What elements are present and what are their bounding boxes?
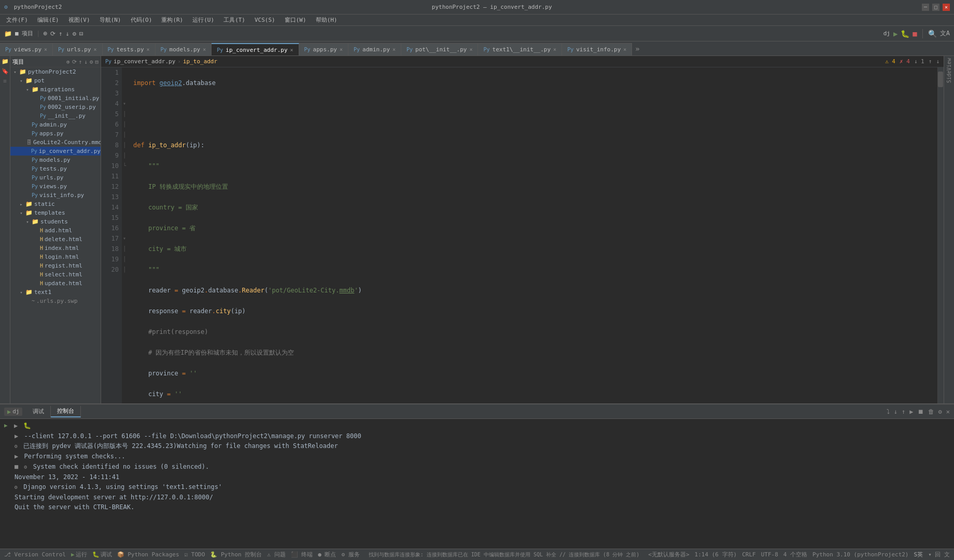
fold-marker-4[interactable]: ▾	[122, 99, 129, 109]
run-btn[interactable]: ▶	[893, 30, 897, 38]
menu-edit[interactable]: 编辑(E)	[33, 15, 63, 25]
problems-btn[interactable]: ⚠ 问题	[267, 551, 285, 558]
version-control-btn[interactable]: ⎇ Version Control	[4, 551, 66, 558]
tab-close[interactable]: ×	[553, 47, 556, 52]
code-editor[interactable]: import geoip2.database def ip_to_addr(ip…	[129, 67, 937, 403]
ime-icon[interactable]: S英	[914, 551, 923, 558]
tree-migrations-folder[interactable]: ▾ 📁 migrations	[10, 85, 101, 94]
tab-close[interactable]: ×	[203, 47, 206, 52]
translate-btn[interactable]: 文A	[940, 29, 950, 38]
scroll-up-btn[interactable]: ↑	[929, 58, 932, 65]
toolbar-hide-btn[interactable]: ⊟	[79, 30, 83, 37]
tree-login-html[interactable]: H login.html	[10, 253, 101, 261]
tab-close[interactable]: ×	[44, 47, 47, 52]
tree-down-icon[interactable]: ↓	[84, 59, 88, 65]
structure-icon[interactable]: ≡	[3, 78, 7, 85]
tab-more-btn[interactable]: »	[632, 45, 642, 53]
breakpoints-btn[interactable]: ● 断点	[318, 551, 336, 558]
stop-btn[interactable]: ■	[913, 30, 917, 38]
tree-up-icon[interactable]: ↑	[79, 59, 82, 65]
panel-settings-icon[interactable]: ⚙	[938, 408, 942, 415]
tab-close[interactable]: ×	[392, 47, 396, 52]
tab-close[interactable]: ×	[93, 47, 96, 52]
panel-tab-debug[interactable]: 调试	[26, 406, 51, 417]
tree-text1-folder[interactable]: ▾ 📁 text1	[10, 288, 101, 297]
tab-ip-convert[interactable]: Py ip_convert_addr.py ×	[212, 43, 299, 55]
python-console-btn[interactable]: 🐍 Python 控制台	[210, 551, 262, 558]
tab-text1-init[interactable]: Py text1\__init__.py ×	[478, 43, 562, 55]
panel-resume[interactable]: ▶	[909, 408, 913, 415]
tree-ip-convert-py[interactable]: Py ip_convert_addr.py	[10, 147, 101, 156]
menu-tools[interactable]: 工具(T)	[219, 15, 249, 25]
debug-btn-status[interactable]: 🐛 调试	[92, 551, 112, 558]
tab-apps-py[interactable]: Py apps.py ×	[299, 43, 348, 55]
scrollbar[interactable]	[937, 67, 944, 403]
menu-code[interactable]: 代码(O)	[127, 15, 157, 25]
close-button[interactable]: ✕	[943, 4, 950, 11]
tab-tests-py[interactable]: Py tests.py ×	[103, 43, 156, 55]
panel-step-over[interactable]: ⤵	[887, 408, 890, 415]
menu-refactor[interactable]: 重构(R)	[157, 15, 187, 25]
tree-regist-html[interactable]: H regist.html	[10, 261, 101, 270]
tree-index-html[interactable]: H index.html	[10, 244, 101, 253]
tab-urls-py[interactable]: Py urls.py ×	[53, 43, 102, 55]
tree-tests-py[interactable]: Py tests.py	[10, 164, 101, 173]
panel-step-into[interactable]: ↓	[894, 408, 897, 415]
scroll-down-btn[interactable]: ↓	[936, 58, 939, 65]
tree-students-folder[interactable]: ▾ 📁 students	[10, 217, 101, 226]
panel-tab-console[interactable]: 控制台	[51, 406, 81, 417]
tree-add-icon[interactable]: ⊕	[66, 59, 70, 65]
terminal-btn[interactable]: ⬛ 终端	[291, 551, 313, 558]
toolbar-up-btn[interactable]: ↑	[59, 30, 62, 37]
tree-init-py[interactable]: Py __init__.py	[10, 111, 101, 120]
tree-hide-icon[interactable]: ⊟	[95, 59, 99, 65]
tab-close[interactable]: ×	[469, 47, 472, 52]
menu-window[interactable]: 窗口(W)	[280, 15, 311, 25]
tree-delete-html[interactable]: H delete.html	[10, 235, 101, 244]
tree-models-py[interactable]: Py models.py	[10, 156, 101, 164]
panel-close-icon[interactable]: ✕	[946, 408, 950, 415]
project-icon[interactable]: 📁	[2, 58, 9, 65]
tree-0002-userip[interactable]: Py 0002_userip.py	[10, 103, 101, 111]
tree-static-folder[interactable]: ▸ 📁 static	[10, 200, 101, 208]
tab-pot-init[interactable]: Py pot\__init__.py ×	[401, 43, 478, 55]
todo-btn[interactable]: ☑ TODO	[185, 551, 205, 558]
sidebar-view-icon[interactable]: SideView	[946, 58, 952, 83]
panel-step-out[interactable]: ↑	[902, 408, 905, 415]
maximize-button[interactable]: □	[932, 4, 939, 11]
toolbar-add-btn[interactable]: ⊕	[43, 30, 47, 37]
tab-models-py[interactable]: Py models.py ×	[156, 43, 212, 55]
minimize-button[interactable]: ─	[922, 4, 929, 11]
tree-sync-icon[interactable]: ⟳	[72, 59, 77, 65]
menu-help[interactable]: 帮助(H)	[312, 15, 342, 25]
tree-swp-file[interactable]: ~ .urls.py.swp	[10, 297, 101, 305]
tree-root[interactable]: ▾ 📁 pythonProject2	[10, 67, 101, 76]
fold-marker-17[interactable]: ▾	[122, 233, 129, 244]
python-packages-btn[interactable]: 📦 Python Packages	[117, 551, 179, 558]
run-btn-status[interactable]: ▶ 运行	[71, 551, 87, 558]
toolbar-sync-btn[interactable]: ⟳	[50, 30, 55, 37]
tree-visit-info-py[interactable]: Py visit_info.py	[10, 191, 101, 200]
panel-clear[interactable]: 🗑	[928, 408, 934, 415]
menu-file[interactable]: 文件(F)	[2, 15, 32, 25]
tree-update-html[interactable]: H update.html	[10, 279, 101, 288]
toolbar-settings-btn[interactable]: ⚙	[73, 30, 76, 37]
panel-stop[interactable]: ⏹	[918, 408, 924, 415]
tree-pot-folder[interactable]: ▾ 📁 pot	[10, 76, 101, 85]
debug-btn[interactable]: 🐛	[901, 30, 909, 38]
bookmark-icon[interactable]: 🔖	[2, 68, 9, 75]
tree-select-html[interactable]: H select.html	[10, 270, 101, 279]
tree-apps-py[interactable]: Py apps.py	[10, 129, 101, 138]
search-btn[interactable]: 🔍	[928, 30, 937, 38]
tree-add-html[interactable]: H add.html	[10, 226, 101, 235]
menu-navigate[interactable]: 导航(N)	[95, 15, 125, 25]
tab-views-py[interactable]: Py views.py ×	[0, 43, 53, 55]
server-link[interactable]: http://127.0.0.1:8000/	[131, 494, 213, 501]
tree-geolite-mmdb[interactable]: 🗄 GeoLite2-Country.mmdb	[10, 138, 101, 147]
tab-close[interactable]: ×	[147, 47, 150, 52]
tab-close[interactable]: ×	[623, 47, 626, 52]
tab-close[interactable]: ×	[290, 47, 293, 53]
tree-0001-initial[interactable]: Py 0001_initial.py	[10, 94, 101, 103]
tab-admin-py[interactable]: Py admin.py ×	[348, 43, 401, 55]
tree-settings-icon[interactable]: ⚙	[90, 59, 93, 65]
